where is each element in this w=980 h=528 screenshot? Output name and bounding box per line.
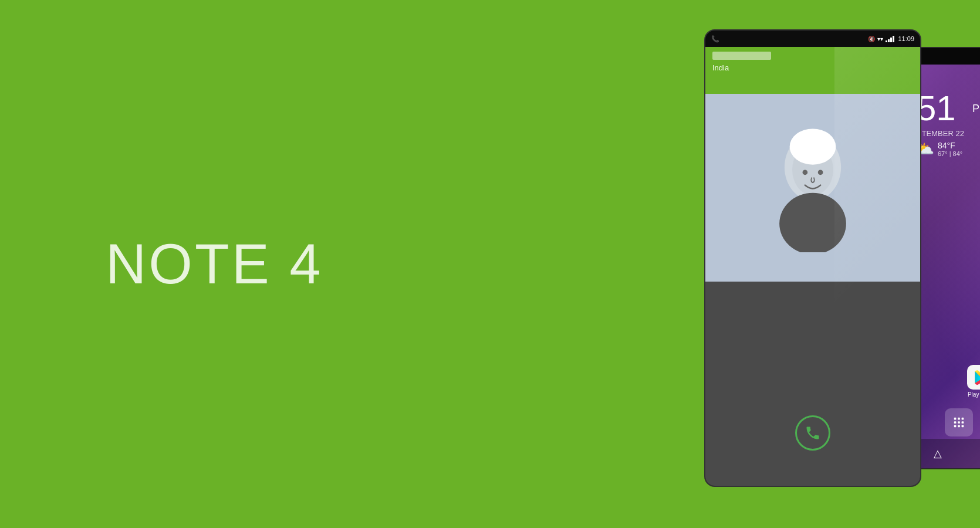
svg-rect-14 [954, 425, 957, 428]
play-store-app[interactable]: Play Store [965, 365, 980, 398]
wifi-icon-1: ▾▾ [877, 36, 883, 42]
home-time: 51 [917, 88, 956, 128]
svg-point-4 [803, 170, 808, 175]
signal-bars-1 [886, 35, 894, 42]
svg-rect-10 [962, 418, 964, 420]
contact-avatar-area [705, 94, 920, 282]
svg-rect-16 [962, 425, 964, 428]
svg-rect-11 [954, 421, 957, 424]
caller-name-placeholder [712, 52, 771, 60]
home-date: PTEMBER 22 [917, 129, 964, 138]
phone-front: 📞 🔇 ▾▾ 11:09 India INCOMING CALL [704, 29, 921, 487]
status-bar-1: 📞 🔇 ▾▾ 11:09 [705, 31, 920, 47]
svg-rect-12 [958, 421, 960, 424]
mute-icon: 🔇 [868, 36, 875, 42]
status-icons-1: 🔇 ▾▾ 11:09 [868, 35, 914, 42]
time-1: 11:09 [898, 35, 914, 42]
svg-rect-13 [962, 421, 964, 424]
home-ampm: PM [972, 103, 980, 115]
weather-widget: ⛅ 84°F 67° | 84° [917, 141, 962, 157]
grid-icon [945, 408, 973, 436]
svg-rect-8 [954, 418, 957, 420]
home-button-2[interactable]: △ [934, 447, 942, 460]
play-store-icon [967, 365, 980, 390]
answer-button[interactable] [795, 415, 830, 451]
weather-temp: 84°F [938, 141, 962, 150]
caller-bar: India [705, 47, 920, 94]
phone1-screen: India INCOMING CALL [705, 47, 920, 486]
weather-low-high: 67° | 84° [938, 150, 962, 157]
play-store-label: Play Store [968, 391, 980, 398]
caller-location: India [712, 63, 913, 72]
svg-rect-9 [958, 418, 960, 420]
contact-avatar-svg [772, 123, 854, 252]
phones-showcase: 📞 🔇 ▾▾ 11:09 India INCOMING CALL [704, 29, 921, 487]
phone-icon: 📞 [711, 35, 719, 43]
svg-point-2 [790, 128, 836, 164]
apps-grid-app[interactable] [942, 406, 975, 439]
svg-point-3 [779, 193, 846, 252]
svg-rect-15 [958, 425, 960, 428]
page-title: NOTE 4 [106, 232, 323, 296]
svg-point-5 [818, 170, 823, 175]
